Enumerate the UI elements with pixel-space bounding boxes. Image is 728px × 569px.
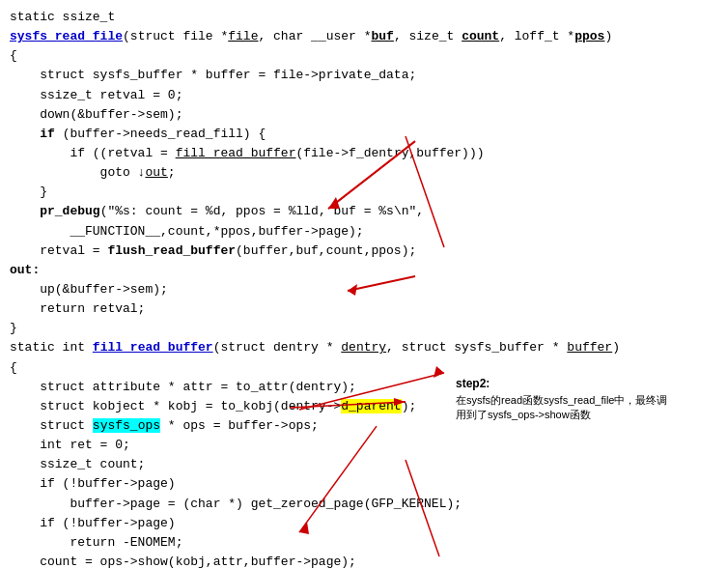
code-line-9: if ((retval = fill_read_buffer(file->f_d… [10, 144, 718, 163]
code-line-24: struct kobject * kobj = to_kobj(dentry->… [10, 397, 718, 416]
code-line-17: return retval; [10, 299, 718, 319]
code-line-15: out: [10, 261, 718, 280]
code-line-30: buffer->page = (char *) get_zeroed_page(… [10, 495, 718, 514]
code-container: static ssize_t sysfs_read_file(struct fi… [0, 0, 728, 569]
code-line-22: { [10, 358, 718, 378]
code-line-23: struct attribute * attr = to_attr(dentry… [10, 378, 718, 397]
code-line-11: } [10, 183, 718, 202]
code-line-34: count = ops->show(kobj,attr,buffer->page… [10, 553, 718, 569]
code-line-1: static ssize_t [10, 8, 718, 27]
code-line-2: sysfs_read_file(struct file *file, char … [10, 27, 718, 46]
code-line-12: pr_debug("%s: count = %d, ppos = %lld, b… [10, 202, 718, 221]
code-line-31: if (!buffer->page) [10, 514, 718, 533]
code-line-18: } [10, 319, 718, 338]
code-line-27: ssize_t count; [10, 455, 718, 474]
code-line-32: return -ENOMEM; [10, 533, 718, 553]
code-line-26: int ret = 0; [10, 436, 718, 455]
code-line-5: ssize_t retval = 0; [10, 86, 718, 105]
code-line-4: struct sysfs_buffer * buffer = file->pri… [10, 66, 718, 85]
code-line-16: up(&buffer->sem); [10, 280, 718, 299]
code-line-25: struct sysfs_ops * ops = buffer->ops; [10, 416, 718, 436]
code-line-3: { [10, 46, 718, 66]
code-line-21: static int fill_read_buffer(struct dentr… [10, 338, 718, 357]
code-line-13: __FUNCTION__,count,*ppos,buffer->page); [10, 222, 718, 242]
code-line-7: down(&buffer->sem); [10, 105, 718, 125]
code-line-29: if (!buffer->page) [10, 474, 718, 494]
code-line-10: goto ↓out; [10, 163, 718, 183]
code-line-8: if (buffer->needs_read_fill) { [10, 125, 718, 144]
code-line-14: retval = flush_read_buffer(buffer,buf,co… [10, 242, 718, 261]
